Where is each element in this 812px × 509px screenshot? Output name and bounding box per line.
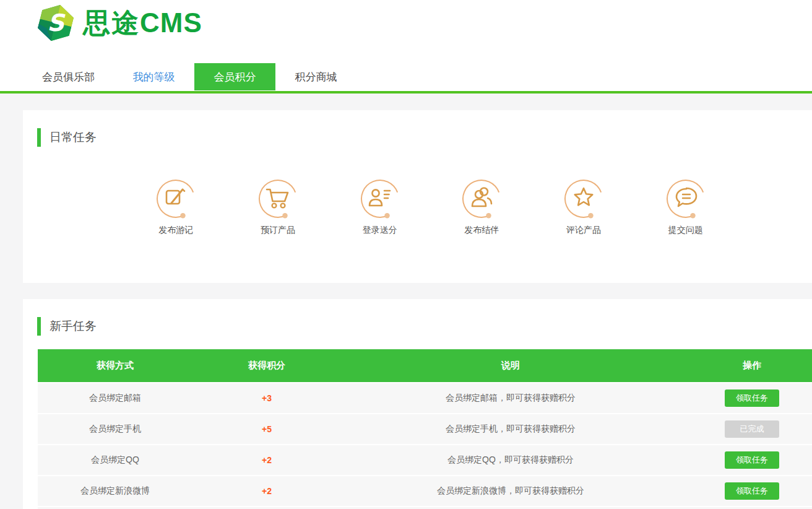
col-header-action: 操作 bbox=[680, 360, 812, 372]
task-points: +5 bbox=[192, 424, 341, 434]
claim-task-button[interactable]: 领取任务 bbox=[725, 451, 779, 469]
daily-task-login-points[interactable]: 登录送分 bbox=[329, 178, 431, 236]
newbie-task-table: 获得方式 获得积分 说明 操作 会员绑定邮箱 +3 会员绑定邮箱，即可获得获赠积… bbox=[38, 349, 812, 509]
table-row-bind-phone: 会员绑定手机 +5 会员绑定手机，即可获得获赠积分 已完成 bbox=[38, 414, 812, 444]
user-list-icon bbox=[360, 178, 400, 219]
daily-task-submit-question[interactable]: 提交问题 bbox=[634, 178, 736, 236]
task-label: 评论产品 bbox=[566, 225, 601, 236]
page: S 思途CMS 会员俱乐部 我的等级 会员积分 积分商城 日常任务 bbox=[0, 0, 812, 509]
title-accent-bar bbox=[37, 317, 41, 336]
tab-my-level[interactable]: 我的等级 bbox=[113, 63, 194, 90]
hexagon-s-logo-icon: S bbox=[36, 3, 76, 43]
star-icon bbox=[563, 178, 604, 219]
nav-bar: 会员俱乐部 我的等级 会员积分 积分商城 bbox=[0, 63, 812, 90]
task-label: 预订产品 bbox=[261, 225, 295, 236]
daily-task-publish-travelogue[interactable]: 发布游记 bbox=[125, 178, 227, 236]
brand-cn: 思途 bbox=[83, 7, 140, 38]
task-method: 会员绑定邮箱 bbox=[38, 393, 192, 404]
daily-task-publish-companion[interactable]: 发布结伴 bbox=[431, 178, 533, 236]
daily-tasks-title: 日常任务 bbox=[23, 110, 812, 147]
table-row-bind-qq: 会员绑定QQ +2 会员绑定QQ，即可获得获赠积分 领取任务 bbox=[38, 445, 812, 475]
task-description: 会员绑定手机，即可获得获赠积分 bbox=[341, 424, 680, 435]
cart-icon bbox=[257, 178, 298, 219]
tab-member-points[interactable]: 会员积分 bbox=[194, 63, 275, 90]
daily-task-review-product[interactable]: 评论产品 bbox=[533, 178, 635, 236]
daily-tasks-card: 日常任务 发布游记 bbox=[23, 110, 812, 283]
newbie-tasks-title: 新手任务 bbox=[23, 299, 812, 336]
task-points: +2 bbox=[192, 455, 341, 465]
task-label: 登录送分 bbox=[363, 225, 397, 236]
task-method: 会员绑定新浪微博 bbox=[38, 485, 192, 497]
section-title-text: 新手任务 bbox=[50, 318, 97, 334]
logo[interactable]: S 思途CMS bbox=[36, 3, 202, 43]
task-description: 会员绑定邮箱，即可获得获赠积分 bbox=[341, 393, 680, 404]
task-method: 会员绑定QQ bbox=[38, 455, 192, 466]
newbie-tasks-card: 新手任务 获得方式 获得积分 说明 操作 会员绑定邮箱 +3 会员绑定邮箱，即可… bbox=[23, 299, 812, 509]
col-header-description: 说明 bbox=[341, 360, 680, 372]
svg-text:S: S bbox=[47, 9, 66, 37]
table-header-row: 获得方式 获得积分 说明 操作 bbox=[38, 349, 812, 382]
edit-pen-icon bbox=[155, 178, 196, 219]
brand-en: CMS bbox=[140, 7, 202, 38]
chat-bubble-icon bbox=[665, 178, 706, 219]
task-points: +3 bbox=[192, 393, 341, 403]
daily-task-book-product[interactable]: 预订产品 bbox=[227, 178, 329, 236]
task-label: 发布游记 bbox=[158, 225, 193, 236]
tab-points-mall[interactable]: 积分商城 bbox=[275, 63, 356, 90]
col-header-points: 获得积分 bbox=[192, 360, 341, 372]
table-row-bind-email: 会员绑定邮箱 +3 会员绑定邮箱，即可获得获赠积分 领取任务 bbox=[38, 383, 812, 413]
claim-task-button[interactable]: 领取任务 bbox=[725, 482, 779, 500]
task-label: 提交问题 bbox=[668, 225, 703, 236]
content: 日常任务 发布游记 bbox=[0, 94, 812, 509]
task-label: 发布结伴 bbox=[464, 225, 499, 236]
col-header-method: 获得方式 bbox=[38, 360, 192, 372]
task-description: 会员绑定QQ，即可获得获赠积分 bbox=[341, 455, 680, 466]
two-users-icon bbox=[461, 178, 502, 219]
tab-member-club[interactable]: 会员俱乐部 bbox=[28, 63, 109, 90]
table-row-bind-weibo: 会员绑定新浪微博 +2 会员绑定新浪微博，即可获得获赠积分 领取任务 bbox=[38, 476, 812, 506]
task-points: +2 bbox=[192, 486, 341, 496]
daily-task-icons-row: 发布游记 预订产品 bbox=[125, 178, 736, 236]
task-description: 会员绑定新浪微博，即可获得获赠积分 bbox=[341, 485, 680, 497]
section-title-text: 日常任务 bbox=[50, 129, 97, 146]
task-done-button: 已完成 bbox=[725, 420, 779, 438]
title-accent-bar bbox=[37, 128, 41, 147]
site-header: S 思途CMS bbox=[0, 0, 812, 63]
task-method: 会员绑定手机 bbox=[38, 424, 192, 435]
brand-name: 思途CMS bbox=[83, 5, 202, 41]
claim-task-button[interactable]: 领取任务 bbox=[725, 389, 779, 407]
